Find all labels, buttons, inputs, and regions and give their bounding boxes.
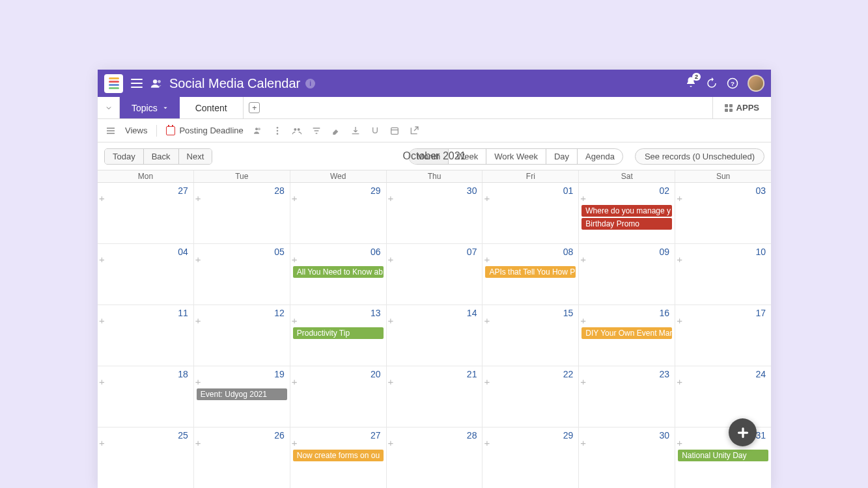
- day-number[interactable]: 22: [563, 369, 574, 379]
- day-number[interactable]: 09: [660, 247, 670, 257]
- calendar-cell[interactable]: 04+: [98, 244, 193, 305]
- add-event-icon[interactable]: +: [195, 438, 201, 448]
- add-event-icon[interactable]: +: [580, 254, 586, 264]
- add-event-icon[interactable]: +: [99, 254, 105, 264]
- calendar-cell[interactable]: 03+: [675, 183, 771, 243]
- add-event-icon[interactable]: +: [484, 254, 490, 264]
- calendar-cell[interactable]: 06+All You Need to Know ab: [290, 244, 386, 305]
- calendar-cell[interactable]: 14+: [386, 305, 483, 366]
- add-event-icon[interactable]: +: [484, 193, 490, 203]
- calendar-cell[interactable]: 31+National Unity Day: [675, 427, 771, 488]
- posting-deadline-view[interactable]: Posting Deadline: [166, 126, 243, 135]
- day-number[interactable]: 11: [178, 308, 188, 318]
- add-event-icon[interactable]: +: [195, 193, 201, 203]
- calendar-event[interactable]: APIs that Tell You How P: [485, 266, 576, 278]
- add-event-icon[interactable]: +: [484, 438, 490, 448]
- calendar-event[interactable]: National Unity Day: [678, 450, 768, 461]
- calendar-cell[interactable]: 19+Event: Udyog 2021: [193, 366, 290, 427]
- tab-topics[interactable]: Topics: [120, 97, 180, 118]
- add-event-icon[interactable]: +: [292, 316, 298, 325]
- calendar-cell[interactable]: 22+: [482, 366, 578, 427]
- day-number[interactable]: 27: [371, 430, 381, 441]
- day-number[interactable]: 26: [274, 430, 285, 441]
- add-event-icon[interactable]: +: [677, 193, 682, 203]
- day-number[interactable]: 04: [178, 247, 188, 257]
- calendar-cell[interactable]: 07+: [386, 244, 483, 305]
- magnet-icon[interactable]: [370, 126, 380, 136]
- calendar-cell[interactable]: 27+: [98, 183, 193, 243]
- calendar-cell[interactable]: 09+: [578, 244, 675, 305]
- day-number[interactable]: 18: [178, 369, 188, 379]
- day-number[interactable]: 05: [274, 247, 285, 257]
- calendar-cell[interactable]: 08+APIs that Tell You How P: [482, 244, 578, 305]
- day-number[interactable]: 27: [178, 185, 188, 196]
- calendar-event[interactable]: Where do you manage y: [581, 205, 672, 217]
- add-event-icon[interactable]: +: [580, 438, 586, 448]
- calendar-cell[interactable]: 30+: [578, 427, 675, 488]
- add-event-icon[interactable]: +: [388, 316, 394, 325]
- add-event-icon[interactable]: +: [677, 438, 682, 448]
- calendar-event[interactable]: Birthday Promo: [581, 218, 672, 230]
- info-icon[interactable]: i: [305, 79, 315, 88]
- export-icon[interactable]: [409, 126, 419, 136]
- day-number[interactable]: 29: [563, 430, 574, 441]
- add-tab-button[interactable]: +: [246, 97, 263, 118]
- day-number[interactable]: 08: [563, 247, 574, 257]
- day-number[interactable]: 13: [371, 308, 381, 318]
- more-options-icon[interactable]: [272, 126, 283, 136]
- download-icon[interactable]: [350, 126, 361, 136]
- day-number[interactable]: 24: [755, 369, 766, 379]
- add-event-icon[interactable]: +: [195, 316, 201, 325]
- calendar-cell[interactable]: 18+: [98, 366, 193, 427]
- day-number[interactable]: 31: [755, 430, 766, 441]
- calendar-cell[interactable]: 26+: [193, 427, 290, 488]
- day-number[interactable]: 30: [660, 430, 670, 441]
- history-icon[interactable]: [706, 77, 718, 89]
- day-number[interactable]: 28: [274, 185, 285, 196]
- calendar-cell[interactable]: 12+: [193, 305, 290, 366]
- calendar-event[interactable]: All You Need to Know ab: [293, 266, 384, 278]
- day-number[interactable]: 10: [755, 247, 766, 257]
- collapse-sidebar-button[interactable]: [98, 97, 120, 118]
- add-event-icon[interactable]: +: [388, 377, 394, 386]
- calendar-cell[interactable]: 01+: [482, 183, 578, 243]
- hamburger-menu-icon[interactable]: [131, 79, 143, 88]
- user-avatar[interactable]: [748, 75, 764, 92]
- day-number[interactable]: 15: [563, 308, 574, 318]
- calendar-cell[interactable]: 02+Where do you manage yBirthday Promo: [578, 183, 675, 243]
- apps-button[interactable]: APPS: [712, 97, 771, 118]
- add-event-icon[interactable]: +: [580, 316, 586, 325]
- calendar-cell[interactable]: 28+: [386, 427, 483, 488]
- calendar-cell[interactable]: 13+Productivity Tip: [290, 305, 386, 366]
- add-event-icon[interactable]: +: [484, 377, 490, 386]
- day-number[interactable]: 14: [467, 308, 477, 318]
- add-event-icon[interactable]: +: [99, 438, 105, 448]
- see-records-button[interactable]: See records (0 Unscheduled): [635, 148, 764, 165]
- calendar-cell[interactable]: 27+Now create forms on ou: [290, 427, 386, 488]
- paint-icon[interactable]: [331, 126, 341, 136]
- list-icon[interactable]: [105, 126, 116, 136]
- day-number[interactable]: 19: [274, 369, 285, 379]
- calendar-event[interactable]: Now create forms on ou: [293, 450, 384, 461]
- day-number[interactable]: 01: [563, 185, 574, 196]
- add-event-icon[interactable]: +: [292, 438, 298, 448]
- calendar-cell[interactable]: 17+: [675, 305, 771, 366]
- add-event-icon[interactable]: +: [99, 193, 105, 203]
- calendar-cell[interactable]: 16+DIY Your Own Event Mar: [578, 305, 675, 366]
- filter-icon[interactable]: [311, 126, 322, 136]
- calendar-cell[interactable]: 10+: [675, 244, 771, 305]
- add-event-icon[interactable]: +: [195, 254, 201, 264]
- add-event-icon[interactable]: +: [388, 193, 394, 203]
- calendar-cell[interactable]: 24+: [675, 366, 771, 427]
- add-event-icon[interactable]: +: [388, 254, 394, 264]
- day-number[interactable]: 29: [371, 185, 381, 196]
- calendar-cell[interactable]: 20+: [290, 366, 386, 427]
- add-event-icon[interactable]: +: [99, 377, 105, 386]
- add-event-icon[interactable]: +: [580, 193, 586, 203]
- day-number[interactable]: 07: [467, 247, 477, 257]
- day-number[interactable]: 02: [660, 185, 670, 196]
- day-number[interactable]: 17: [755, 308, 766, 318]
- tab-content[interactable]: Content: [180, 97, 244, 118]
- calendar-event[interactable]: Event: Udyog 2021: [197, 388, 287, 400]
- today-button[interactable]: Today: [105, 149, 143, 164]
